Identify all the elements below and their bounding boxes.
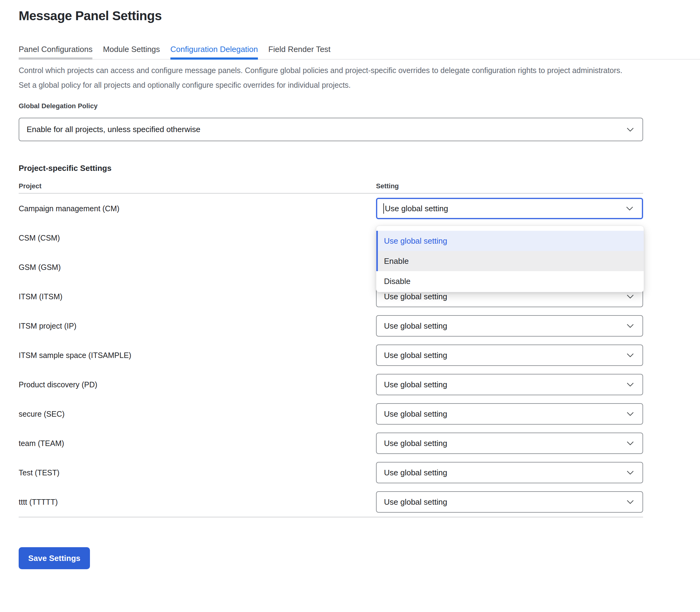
chevron-down-icon: [627, 324, 634, 328]
project-specific-settings-heading: Project-specific Settings: [19, 164, 700, 172]
project-name: Campaign management (CM): [19, 204, 119, 213]
setting-select[interactable]: Use global setting: [376, 491, 643, 513]
chevron-down-icon: [627, 500, 634, 504]
table-row: secure (SEC) Use global setting: [19, 399, 643, 429]
column-header-setting: Setting: [376, 183, 399, 190]
project-name: secure (SEC): [19, 409, 65, 418]
tab-bar: Panel Configurations Module Settings Con…: [19, 45, 700, 60]
chevron-down-icon: [627, 412, 634, 416]
project-name: ITSM sample space (ITSAMPLE): [19, 351, 131, 360]
setting-select[interactable]: Use global setting: [376, 374, 643, 395]
menu-option-use-global-setting[interactable]: Use global setting: [376, 231, 644, 251]
tab-field-render-test[interactable]: Field Render Test: [268, 45, 331, 60]
column-header-project: Project: [19, 182, 42, 190]
project-name: ITSM (ITSM): [19, 292, 63, 301]
table-header-row: Project Setting: [19, 183, 643, 190]
setting-select[interactable]: Use global setting: [376, 433, 643, 454]
setting-select[interactable]: Use global setting: [376, 315, 643, 337]
chevron-down-icon: [627, 127, 634, 132]
table-row: tttt (TTTTT) Use global setting: [19, 487, 643, 517]
chevron-down-icon: [627, 441, 634, 445]
project-name: Test (TEST): [19, 468, 59, 477]
menu-option-disable[interactable]: Disable: [376, 271, 644, 291]
project-name: CSM (CSM): [19, 234, 60, 242]
setting-select[interactable]: Use global setting: [376, 345, 643, 366]
setting-select[interactable]: Use global setting: [376, 403, 643, 425]
menu-option-enable[interactable]: Enable: [376, 251, 644, 271]
setting-select-focused[interactable]: Use global setting: [376, 198, 643, 219]
tab-module-settings[interactable]: Module Settings: [103, 45, 160, 60]
table-row: Campaign management (CM) Use global sett…: [19, 194, 643, 223]
setting-dropdown-menu: Use global setting Enable Disable: [376, 226, 644, 292]
global-policy-selected-value: Enable for all projects, unless specifie…: [19, 125, 200, 134]
table-bottom-divider: [19, 517, 643, 517]
chevron-down-icon: [626, 206, 633, 211]
table-row: team (TEAM) Use global setting: [19, 429, 643, 458]
chevron-down-icon: [627, 382, 634, 387]
intro-line-1: Control which projects can access and co…: [19, 66, 700, 75]
table-row: Product discovery (PD) Use global settin…: [19, 370, 643, 399]
message-panel-settings-page: Message Panel Settings Panel Configurati…: [0, 0, 700, 612]
global-policy-label: Global Delegation Policy: [19, 102, 700, 110]
page-title: Message Panel Settings: [19, 8, 700, 24]
table-row: Test (TEST) Use global setting: [19, 458, 643, 487]
save-settings-button[interactable]: Save Settings: [19, 547, 90, 569]
tab-panel-configurations[interactable]: Panel Configurations: [19, 45, 92, 60]
table-row: ITSM project (IP) Use global setting: [19, 311, 643, 340]
project-name: team (TEAM): [19, 439, 64, 448]
project-name: GSM (GSM): [19, 263, 61, 272]
text-cursor: [383, 203, 384, 214]
project-name: tttt (TTTTT): [19, 498, 58, 506]
project-name: ITSM project (IP): [19, 322, 77, 331]
chevron-down-icon: [627, 353, 634, 357]
tab-configuration-delegation[interactable]: Configuration Delegation: [171, 45, 258, 60]
chevron-down-icon: [627, 294, 634, 299]
setting-select[interactable]: Use global setting: [376, 462, 643, 483]
global-policy-select[interactable]: Enable for all projects, unless specifie…: [19, 118, 643, 141]
menu-accent-stripe: [376, 231, 378, 271]
intro-line-2: Set a global policy for all projects and…: [19, 80, 700, 89]
project-name: Product discovery (PD): [19, 380, 97, 389]
chevron-down-icon: [627, 471, 634, 475]
table-row: ITSM sample space (ITSAMPLE) Use global …: [19, 340, 643, 370]
